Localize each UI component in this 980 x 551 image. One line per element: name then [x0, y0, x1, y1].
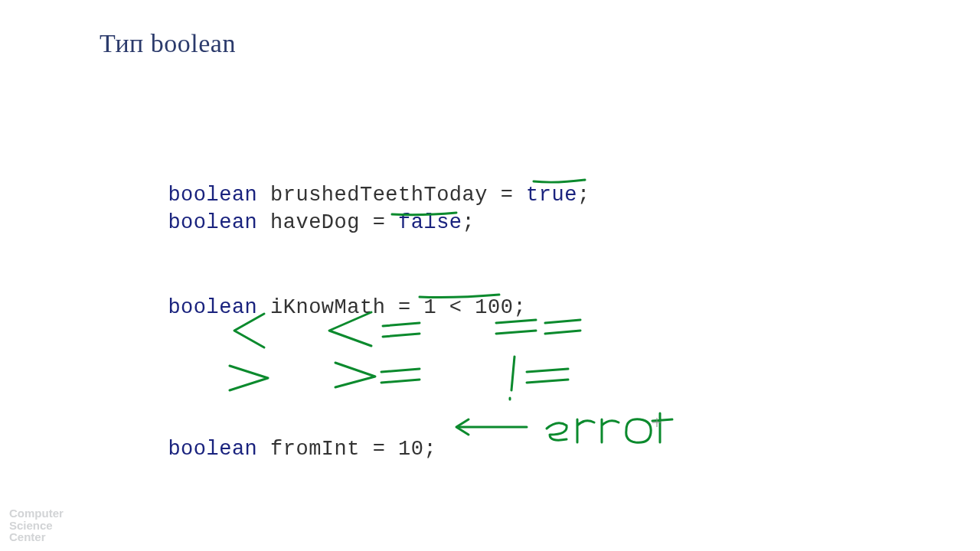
hand-not-equal-bar: [511, 357, 514, 390]
hand-arrow-head: [456, 419, 469, 435]
code-text: iKnowMath = 1 < 100;: [257, 296, 526, 319]
hand-equal-right-bar1: [545, 320, 580, 323]
hand-equal-right-bar2: [545, 331, 580, 334]
hand-not-equal-eq1: [527, 369, 568, 372]
slide-title: Тип boolean: [100, 29, 236, 58]
keyword: boolean: [168, 211, 257, 234]
watermark-line: Center: [9, 531, 64, 543]
keyword: boolean: [168, 296, 257, 319]
code-text: haveDog =: [257, 211, 398, 234]
code-line-3: boolean iKnowMath = 1 < 100;: [142, 273, 526, 319]
hand-equal-left-bar1: [496, 320, 536, 323]
watermark-line: Computer: [9, 507, 64, 520]
code-text: fromInt = 10;: [257, 438, 436, 461]
code-text: ;: [577, 184, 590, 207]
hand-less-equal-bar2: [383, 334, 420, 337]
code-line-2: boolean haveDog = false;: [142, 188, 475, 234]
hand-greater-equal-bar1: [381, 369, 420, 372]
hand-not-equal-eq2: [527, 380, 568, 383]
hand-greater-equal-icon: [335, 363, 375, 387]
code-text: ;: [462, 211, 475, 234]
literal: true: [526, 184, 577, 207]
code-line-4: boolean fromInt = 10;: [142, 415, 436, 461]
hand-greater-equal-bar2: [381, 380, 420, 383]
hand-less-equal-bar1: [383, 323, 420, 326]
brand-watermark: Computer Science Center: [9, 507, 64, 543]
literal: false: [398, 211, 462, 234]
keyword: boolean: [168, 438, 257, 461]
hand-greater-than-icon: [230, 366, 268, 390]
watermark-line: Science: [9, 520, 64, 532]
hand-equal-left-bar2: [496, 331, 536, 334]
hand-error-label: [547, 413, 672, 442]
